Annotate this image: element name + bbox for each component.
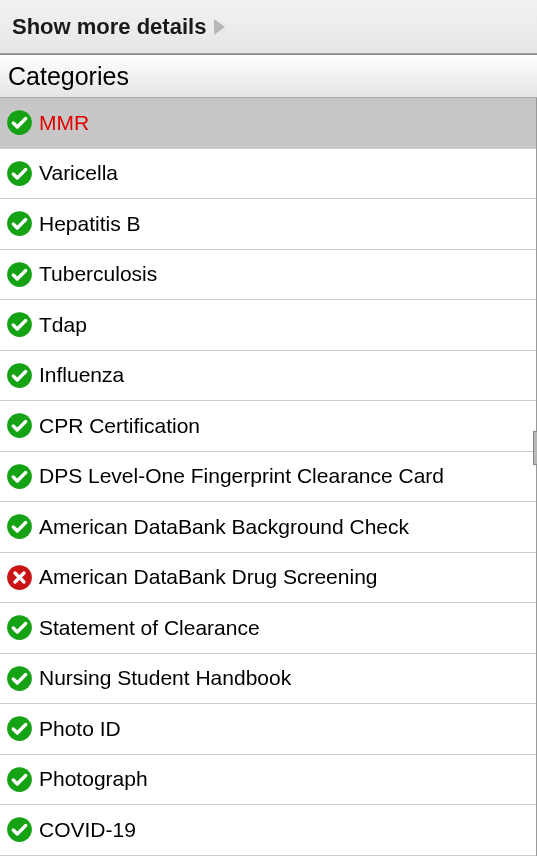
check-circle-icon [6,766,33,793]
list-item-label: Statement of Clearance [39,616,260,640]
x-circle-icon [6,564,33,591]
check-circle-icon [6,210,33,237]
list-item-label: Photo ID [39,717,121,741]
check-circle-icon [6,311,33,338]
check-circle-icon [6,816,33,843]
list-item[interactable]: American DataBank Drug Screening [0,553,536,604]
list-item-label: Nursing Student Handbook [39,666,291,690]
check-circle-icon [6,362,33,389]
list-item-label: COVID-19 [39,818,136,842]
list-item[interactable]: Photo ID [0,704,536,755]
chevron-right-icon [214,19,225,35]
check-circle-icon [6,513,33,540]
check-circle-icon [6,109,33,136]
list-item[interactable]: Nursing Student Handbook [0,654,536,705]
list-item-label: Varicella [39,161,118,185]
categories-list: MMR Varicella Hepatitis B Tuberculosis T… [0,98,537,856]
show-more-details-bar[interactable]: Show more details [0,0,537,54]
list-item-label: MMR [39,111,89,135]
list-item[interactable]: Varicella [0,149,536,200]
list-item[interactable]: COVID-19 [0,805,536,856]
check-circle-icon [6,463,33,490]
check-circle-icon [6,412,33,439]
scrollbar-thumb[interactable] [533,431,537,465]
list-item[interactable]: American DataBank Background Check [0,502,536,553]
categories-header: Categories [0,54,537,98]
list-item[interactable]: Photograph [0,755,536,806]
list-item[interactable]: Tuberculosis [0,250,536,301]
check-circle-icon [6,665,33,692]
list-item[interactable]: Statement of Clearance [0,603,536,654]
list-item-label: American DataBank Background Check [39,515,409,539]
list-item[interactable]: Tdap [0,300,536,351]
list-item-label: Photograph [39,767,148,791]
check-circle-icon [6,715,33,742]
list-item[interactable]: MMR [0,98,536,149]
list-item[interactable]: Hepatitis B [0,199,536,250]
list-item-label: Hepatitis B [39,212,141,236]
list-item-label: American DataBank Drug Screening [39,565,378,589]
list-item-label: DPS Level-One Fingerprint Clearance Card [39,464,444,488]
categories-header-label: Categories [8,62,129,91]
check-circle-icon [6,614,33,641]
check-circle-icon [6,160,33,187]
list-item[interactable]: CPR Certification [0,401,536,452]
list-item-label: CPR Certification [39,414,200,438]
show-more-details-label: Show more details [12,14,206,40]
check-circle-icon [6,261,33,288]
list-item[interactable]: DPS Level-One Fingerprint Clearance Card [0,452,536,503]
list-item-label: Tdap [39,313,87,337]
list-item[interactable]: Influenza [0,351,536,402]
list-item-label: Influenza [39,363,124,387]
list-item-label: Tuberculosis [39,262,157,286]
